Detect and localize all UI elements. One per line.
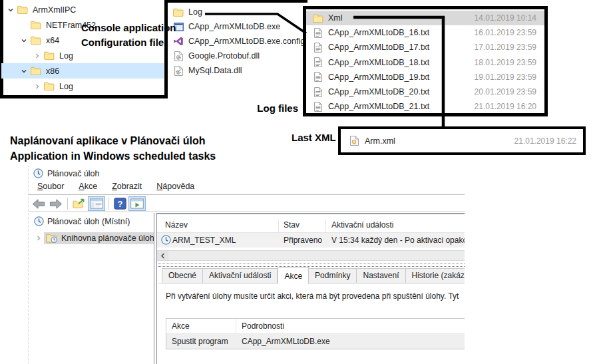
task-row[interactable]: ARM_TEST_XML Připraveno V 15:34 každý de…	[157, 233, 465, 248]
last-xml-box: Arm.xml 21.01.2019 16:22	[338, 126, 586, 155]
chevron-down-icon	[19, 36, 29, 45]
file-item-label: Google.Protobuf.dll	[188, 51, 260, 61]
folder-icon	[172, 8, 185, 17]
task-status: Připraveno	[284, 236, 322, 245]
column-divider	[236, 319, 236, 333]
vs-config-icon	[172, 37, 185, 46]
column-header-triggers[interactable]: Aktivační události	[331, 220, 393, 230]
column-header-status[interactable]: Stav	[284, 220, 300, 230]
action-column-header[interactable]: Akce	[166, 321, 236, 331]
txt-icon	[311, 87, 325, 97]
file-item-log[interactable]: Log	[172, 5, 305, 19]
action-row[interactable]: Spustit program CApp_ArmXMLtoDB.exe	[166, 334, 465, 349]
clock-icon	[32, 216, 45, 226]
chevron-down-icon	[5, 5, 16, 15]
file-item-date: 20.01.2019 23:59	[475, 87, 536, 96]
file-item-label: CApp_ArmXMLtoDB_16.txt	[328, 28, 429, 37]
file-item-capp-armxmltodb-16-txt[interactable]: CApp_ArmXMLtoDB_16.txt16.01.2019 23:59	[306, 25, 544, 40]
file-item-label: CApp_ArmXMLtoDB.exe	[188, 22, 280, 31]
tree-item-armxmlipc[interactable]: ArmXmlIPC	[1, 2, 164, 17]
file-item-capp-armxmltodb-21-txt[interactable]: CApp_ArmXMLtoDB_21.txt21.01.2019 16:20	[306, 99, 544, 114]
file-item-label: MySql.Data.dll	[188, 66, 242, 75]
file-item-date: 14.01.2019 10:14	[475, 13, 536, 23]
tab-akce[interactable]: Akce	[278, 267, 309, 284]
back-arrow-button[interactable]	[30, 196, 47, 211]
file-item-mysql-data-dll[interactable]: MySql.Data.dll	[172, 63, 305, 78]
file-item-capp-armxmltodb-18-txt[interactable]: CApp_ArmXMLtoDB_18.txt18.01.2019 23:59	[306, 55, 544, 70]
tab-historie-zak-z-no[interactable]: Historie (zakázáno)	[406, 268, 465, 283]
main-pane-top-border	[154, 213, 465, 216]
tree-item-label: ArmXmlIPC	[33, 5, 76, 15]
file-item-capp-armxmltodb-19-txt[interactable]: CApp_ArmXMLtoDB_19.txt19.01.2019 23:59	[306, 70, 544, 85]
heading-line1: Naplánovaní aplikace v Plánovači úloh	[10, 133, 216, 148]
tree-item-task-library[interactable]: Knihovna plánovače úloh	[33, 231, 158, 245]
file-item-google-protobuf-dll[interactable]: Google.Protobuf.dll	[172, 49, 305, 63]
forward-arrow-icon	[49, 198, 63, 210]
log-files-box: Xml14.01.2019 10:14CApp_ArmXMLtoDB_16.tx…	[303, 6, 548, 116]
file-item-date: 19.01.2019 23:59	[475, 73, 536, 82]
task-trigger: V 15:34 každý den - Po aktivaci opakov	[331, 236, 465, 245]
task-scheduler-window: Plánovač úloh SouborAkceZobrazitNápověda…	[28, 166, 465, 364]
menu-separator-line	[29, 194, 465, 195]
tree-item-scheduler-root[interactable]: Plánovač úloh (Místní)	[32, 216, 130, 226]
scroll-left-button[interactable]	[157, 251, 168, 260]
tree-item-label: Log	[59, 82, 73, 91]
file-item-date: 16.01.2019 23:59	[475, 28, 536, 37]
run-window-icon	[130, 198, 144, 209]
help-button[interactable]: ?	[111, 196, 128, 211]
tab-obecn[interactable]: Obecné	[162, 268, 203, 283]
details-cell: CApp_ArmXMLtoDB.exe	[236, 337, 330, 346]
tree-item-log[interactable]: Log	[1, 48, 164, 63]
menu-soubor[interactable]: Soubor	[37, 182, 64, 194]
tab-podm-nky[interactable]: Podmínky	[309, 268, 357, 283]
forward-arrow-button[interactable]	[47, 196, 65, 211]
scheduler-tree-panel: Plánovač úloh (Místní) Knihovna plánovač…	[29, 213, 154, 364]
last-xml-file-name: Arm.xml	[365, 136, 395, 146]
txt-icon	[311, 72, 325, 82]
tab-aktiva-n-ud-losti[interactable]: Aktivační události	[203, 268, 278, 283]
details-column-header[interactable]: Podrobnosti	[236, 321, 284, 331]
file-item-capp-armxmltodb-exe-config[interactable]: CApp_ArmXMLtoDB.exe.config	[172, 34, 305, 49]
task-library-icon	[45, 234, 59, 243]
clock-icon	[159, 235, 172, 245]
menu-akce[interactable]: Akce	[79, 182, 97, 194]
column-header-name[interactable]: Název	[165, 220, 188, 230]
file-item-capp-armxmltodb-20-txt[interactable]: CApp_ArmXMLtoDB_20.txt20.01.2019 23:59	[306, 85, 544, 99]
window-title-row: Plánovač úloh	[31, 168, 100, 178]
file-item-xml[interactable]: Xml14.01.2019 10:14	[306, 11, 544, 25]
file-item-label: CApp_ArmXMLtoDB_20.txt	[328, 87, 429, 96]
tree-item-label: x64	[46, 36, 59, 45]
menu-zobrazit[interactable]: Zobrazit	[112, 182, 142, 194]
file-item-label: Log	[188, 7, 202, 17]
folder-icon	[43, 82, 56, 91]
task-name: ARM_TEST_XML	[172, 236, 236, 245]
tree-item-log[interactable]: Log	[1, 79, 164, 94]
toolbar-separator	[108, 198, 108, 210]
tab-nastaven[interactable]: Nastavení	[357, 268, 405, 283]
xml-file-icon	[347, 136, 361, 146]
file-item-label: CApp_ArmXMLtoDB_21.txt	[328, 102, 429, 111]
toolbar-separator	[67, 198, 68, 210]
horizontal-scrollbar[interactable]	[157, 250, 465, 261]
file-item-date: 17.01.2019 23:59	[475, 43, 536, 52]
file-item-label: Xml	[328, 13, 343, 23]
menu-n-pov-da[interactable]: Nápověda	[156, 182, 194, 194]
tree-item-x86[interactable]: x86	[1, 63, 164, 79]
tree-root-label: Plánovač úloh (Místní)	[47, 217, 130, 226]
chevron-down-icon	[19, 67, 29, 76]
file-item-capp-armxmltodb-17-txt[interactable]: CApp_ArmXMLtoDB_17.txt17.01.2019 23:59	[306, 40, 544, 55]
run-window-button[interactable]	[128, 196, 146, 211]
action-cell: Spustit program	[166, 337, 236, 346]
file-item-capp-armxmltodb-exe[interactable]: CApp_ArmXMLtoDB.exe	[172, 19, 305, 34]
folder-icon	[16, 5, 29, 14]
dll-icon	[172, 51, 185, 61]
toolbar-separator-line	[29, 211, 465, 212]
txt-icon	[311, 57, 325, 67]
screenshot-root: ArmXmlIPCNETFram452x64Logx86Log Console …	[0, 0, 599, 364]
folder-icon	[43, 51, 56, 60]
clock-icon	[31, 168, 45, 178]
import-task-button[interactable]	[71, 196, 88, 211]
menu-bar: SouborAkceZobrazitNápověda	[37, 182, 194, 194]
console-window-button[interactable]	[88, 196, 105, 211]
file-item-date: 21.01.2019 16:20	[475, 102, 536, 111]
